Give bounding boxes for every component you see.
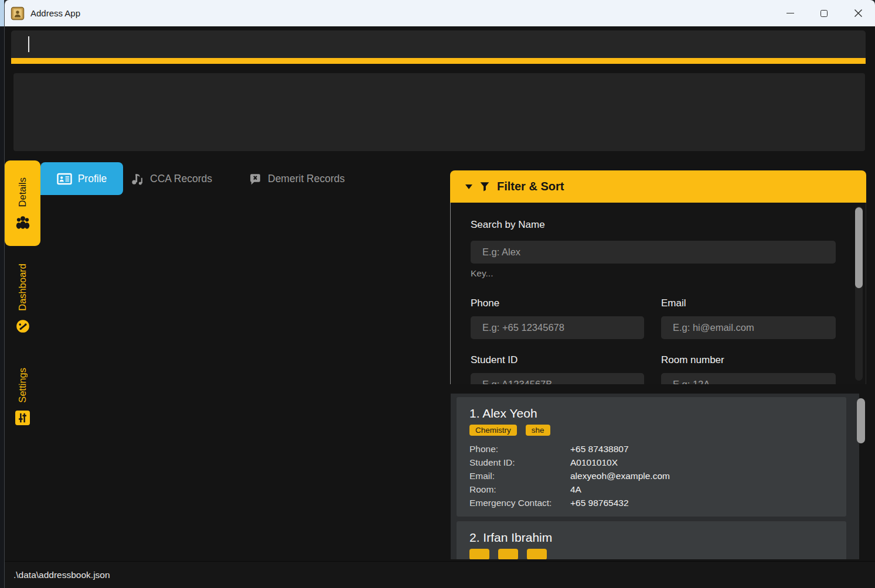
person-card[interactable]: 2. Irfan Ibrahim xyxy=(457,521,846,559)
field-value: +65 98765432 xyxy=(570,496,629,510)
address-app-window: Address App Details xyxy=(4,0,875,588)
field-value: +65 87438807 xyxy=(570,442,629,456)
text-caret xyxy=(28,36,29,52)
collapse-arrow-icon[interactable] xyxy=(465,184,472,189)
student-id-input[interactable] xyxy=(471,373,644,384)
sidebar-label-dashboard: Dashboard xyxy=(17,264,28,311)
field-value: alexyeoh@example.com xyxy=(570,469,670,483)
settings-icon xyxy=(15,411,30,425)
search-name-input[interactable] xyxy=(471,241,836,264)
data-file-path: .\data\addressbook.json xyxy=(13,570,110,580)
field-value: A0101010X xyxy=(570,456,618,469)
person-fields: Phone:+65 87438807 Student ID:A0101010X … xyxy=(469,442,833,510)
field-label: Email: xyxy=(469,469,570,483)
sidebar-item-settings[interactable]: Settings xyxy=(5,358,40,435)
tab-profile[interactable]: Profile xyxy=(40,162,123,195)
field-value: 4A xyxy=(570,483,581,496)
address-book-icon xyxy=(11,6,25,20)
group-icon xyxy=(14,215,32,229)
email-input[interactable] xyxy=(661,316,836,339)
key-label: Key... xyxy=(471,268,493,279)
phone-input[interactable] xyxy=(471,316,644,339)
window-titlebar: Address App xyxy=(5,0,875,26)
search-name-label: Search by Name xyxy=(471,219,545,231)
tab-cca-records-label: CCA Records xyxy=(150,173,212,185)
tab-demerit-records-label: Demerit Records xyxy=(268,173,345,185)
background-window-sliver xyxy=(0,0,4,26)
person-list-scrollbar[interactable] xyxy=(857,398,865,443)
person-card[interactable]: 1. Alex Yeoh Chemistry she Phone:+65 874… xyxy=(457,397,846,517)
result-display xyxy=(13,73,865,151)
field-label: Room: xyxy=(469,483,570,496)
filter-icon xyxy=(479,181,491,193)
person-tag xyxy=(469,549,489,559)
filter-panel-header[interactable]: Filter & Sort xyxy=(450,170,866,203)
person-name: 1. Alex Yeoh xyxy=(469,406,833,421)
tab-demerit-records[interactable]: Demerit Records xyxy=(248,162,345,195)
dashboard-icon xyxy=(15,319,30,334)
room-number-input[interactable] xyxy=(661,373,836,384)
demerit-bubble-icon xyxy=(248,172,262,186)
window-controls xyxy=(773,0,875,26)
person-name: 2. Irfan Ibrahim xyxy=(469,531,833,545)
field-label: Emergency Contact: xyxy=(469,496,570,510)
person-tag xyxy=(498,549,518,559)
maximize-button[interactable] xyxy=(807,0,841,26)
sidebar-item-dashboard[interactable]: Dashboard xyxy=(5,254,40,343)
filter-panel-content: Search by Name Key... Phone Email Studen… xyxy=(450,203,866,384)
email-label: Email xyxy=(661,298,686,309)
contact-card-icon xyxy=(57,173,72,185)
phone-label: Phone xyxy=(471,298,499,309)
room-number-label: Room number xyxy=(661,354,724,366)
tab-profile-label: Profile xyxy=(78,173,107,185)
tab-cca-records[interactable]: CCA Records xyxy=(130,162,212,195)
field-label: Phone: xyxy=(469,442,570,456)
student-id-label: Student ID xyxy=(471,354,517,366)
command-accent-bar xyxy=(11,58,866,64)
music-notes-icon xyxy=(130,172,144,186)
sidebar-label-details: Details xyxy=(17,177,28,207)
tag-row xyxy=(469,549,833,559)
person-list: 1. Alex Yeoh Chemistry she Phone:+65 874… xyxy=(451,394,859,559)
close-icon xyxy=(854,9,863,18)
minimize-icon xyxy=(787,13,794,13)
field-label: Student ID: xyxy=(469,456,570,469)
tag-row: Chemistry she xyxy=(469,425,833,436)
person-tag xyxy=(527,549,547,559)
sidebar-item-details[interactable]: Details xyxy=(5,160,40,246)
window-title: Address App xyxy=(30,8,80,18)
close-button[interactable] xyxy=(841,0,875,26)
command-input[interactable] xyxy=(11,30,866,58)
maximize-icon xyxy=(820,10,828,17)
minimize-button[interactable] xyxy=(773,0,807,26)
status-bar: .\data\addressbook.json xyxy=(5,561,875,588)
person-tag: Chemistry xyxy=(469,425,517,436)
filter-scrollbar[interactable] xyxy=(855,207,863,288)
desktop-edge xyxy=(0,0,4,588)
sidebar-label-settings: Settings xyxy=(17,368,28,403)
person-tag: she xyxy=(526,425,550,436)
filter-panel-title: Filter & Sort xyxy=(497,180,564,193)
